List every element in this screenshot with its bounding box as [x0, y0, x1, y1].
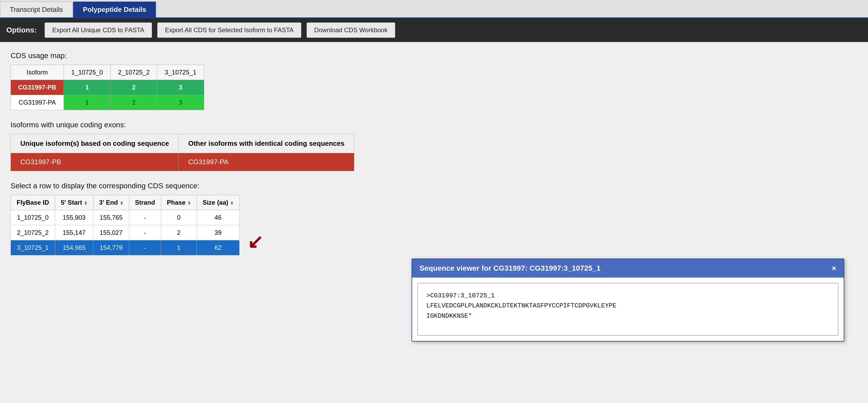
cds-map-pb-cell-2: 2 [111, 80, 157, 95]
cds-map-pb-cell-1: 1 [64, 80, 111, 95]
sort-arrow-phase[interactable]: ⇕ [187, 201, 191, 205]
cds-col-id: FlyBase ID [11, 195, 55, 210]
cds-map-col-3: 3_10725_1 [157, 65, 204, 80]
options-bar: Options: Export All Unique CDS to FASTA … [0, 18, 868, 42]
cds-table-title: Select a row to display the correspondin… [10, 182, 858, 190]
cds-row3-start: 154,965 [55, 240, 93, 255]
cds-map-pa-cell-3: 3 [157, 95, 204, 110]
cds-map-pa-cell-1: 1 [64, 95, 111, 110]
sequence-viewer-popup: Sequence viewer for CG31997: CG31997:3_1… [411, 259, 844, 342]
cds-table: FlyBase ID 5' Start ⇕ 3' End ⇕ [10, 195, 240, 255]
content-area: CDS usage map: Isoform 1_10725_0 2_10725… [0, 42, 868, 271]
cds-col-size: Size (aa) ⇕ [196, 195, 239, 210]
cds-table-row-selected[interactable]: 3_10725_1 154,965 154,779 - 1 62 [11, 240, 240, 255]
cds-row1-strand: - [129, 210, 161, 225]
tab-transcript[interactable]: Transcript Details [0, 2, 72, 18]
sequence-viewer-close-button[interactable]: × [832, 264, 836, 273]
cds-map-pb-label: CG31997-PB [11, 80, 64, 95]
sort-arrow-size[interactable]: ⇕ [230, 201, 234, 205]
sequence-viewer-body: >CG31997:3_10725_1 LFELVEDCGPLPLANDKCKLD… [417, 283, 838, 336]
isoforms-unique-table: Unique isoform(s) based on coding sequen… [10, 134, 354, 171]
iso-table-unique-cell: CG31997-PB [11, 153, 179, 171]
cds-row2-end: 155,027 [93, 225, 129, 240]
cds-row1-size: 46 [196, 210, 239, 225]
cds-map-pb-cell-3: 3 [157, 80, 204, 95]
cds-row2-strand: - [129, 225, 161, 240]
main-container: Transcript Details Polypeptide Details O… [0, 0, 868, 403]
cds-table-section: Select a row to display the correspondin… [10, 182, 858, 256]
cds-row2-size: 39 [196, 225, 239, 240]
options-label: Options: [6, 26, 37, 34]
cds-row2-phase: 2 [161, 225, 196, 240]
cds-map-col-1: 1_10725_0 [64, 65, 111, 80]
iso-table-col2-header: Other isoforms with identical coding seq… [179, 134, 354, 153]
cds-map-col-isoform: Isoform [11, 65, 64, 80]
cds-row2-id: 2_10725_2 [11, 225, 55, 240]
sort-arrow-end[interactable]: ⇕ [120, 201, 123, 205]
cds-map-row-pb[interactable]: CG31997-PB 1 2 3 [11, 80, 204, 95]
iso-table-identical-cell: CG31997-PA [179, 153, 354, 171]
download-workbook-button[interactable]: Download CDS Workbook [307, 23, 395, 38]
isoforms-unique-section: Isoforms with unique coding exons: Uniqu… [10, 121, 858, 171]
cds-table-row[interactable]: 2_10725_2 155,147 155,027 - 2 39 [11, 225, 240, 240]
cds-row3-end: 154,779 [93, 240, 129, 255]
sort-arrow-start[interactable]: ⇕ [84, 201, 87, 205]
cds-row3-phase: 1 [161, 240, 196, 255]
cds-row3-id: 3_10725_1 [11, 240, 55, 255]
export-isoform-cds-button[interactable]: Export All CDS for Selected Isoform to F… [157, 23, 301, 38]
tab-bar: Transcript Details Polypeptide Details [0, 0, 868, 18]
cds-map-pa-cell-2: 2 [111, 95, 157, 110]
isoforms-unique-title: Isoforms with unique coding exons: [10, 121, 858, 129]
cds-map-pa-label: CG31997-PA [11, 95, 64, 110]
cds-map-title: CDS usage map: [10, 52, 858, 60]
cds-map-col-2: 2_10725_2 [111, 65, 157, 80]
tab-polypeptide[interactable]: Polypeptide Details [73, 2, 156, 18]
cds-row1-start: 155,903 [55, 210, 93, 225]
iso-table-col1-header: Unique isoform(s) based on coding sequen… [11, 134, 179, 153]
cds-col-phase: Phase ⇕ [161, 195, 196, 210]
cds-col-start: 5' Start ⇕ [55, 195, 93, 210]
red-arrow-indicator: ↘ [247, 231, 263, 253]
iso-table-row[interactable]: CG31997-PB CG31997-PA [11, 153, 354, 171]
cds-row1-end: 155,765 [93, 210, 129, 225]
sequence-viewer-title: Sequence viewer for CG31997: CG31997:3_1… [420, 264, 600, 272]
cds-row3-size: 62 [196, 240, 239, 255]
cds-row2-start: 155,147 [55, 225, 93, 240]
cds-col-end: 3' End ⇕ [93, 195, 129, 210]
sequence-viewer-header: Sequence viewer for CG31997: CG31997:3_1… [412, 259, 844, 278]
export-unique-cds-button[interactable]: Export All Unique CDS to FASTA [44, 23, 152, 38]
cds-table-row[interactable]: 1_10725_0 155,903 155,765 - 0 46 [11, 210, 240, 225]
cds-row3-strand: - [129, 240, 161, 255]
cds-map-row-pa[interactable]: CG31997-PA 1 2 3 [11, 95, 204, 110]
cds-col-strand: Strand [129, 195, 161, 210]
cds-row1-phase: 0 [161, 210, 196, 225]
cds-row1-id: 1_10725_0 [11, 210, 55, 225]
sequence-text: >CG31997:3_10725_1 LFELVEDCGPLPLANDKCKLD… [426, 292, 616, 320]
cds-map-table: Isoform 1_10725_0 2_10725_2 3_10725_1 CG… [10, 65, 204, 110]
